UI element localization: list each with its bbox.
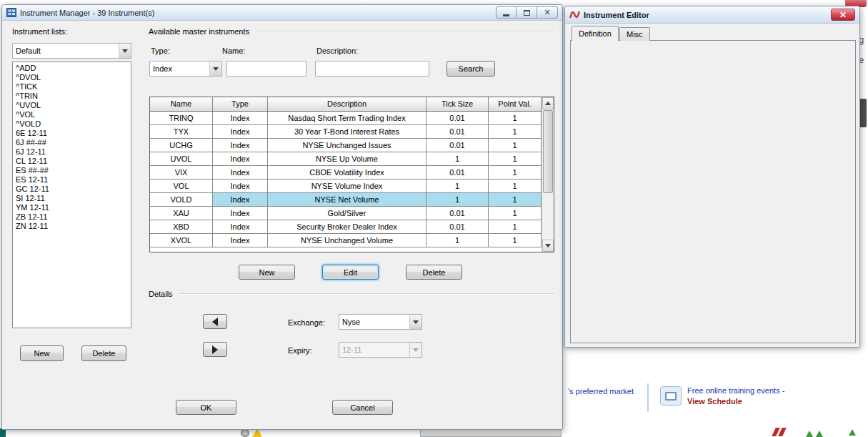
search-button[interactable]: Search — [447, 61, 495, 77]
scroll-up-icon[interactable] — [542, 97, 554, 109]
column-header-pointval[interactable]: Point Val. — [489, 97, 542, 111]
instrument-list-item[interactable]: ^TRIN — [14, 92, 130, 101]
master-table-row[interactable]: XAU Index Gold/Silver 0.01 1 — [150, 207, 542, 220]
name-label: Name: — [222, 46, 245, 55]
table-scrollbar[interactable] — [542, 97, 554, 252]
type-filter-select[interactable]: Index — [149, 61, 222, 77]
master-instruments-table: Name Type Description Tick Size Point Va… — [149, 97, 554, 252]
description-filter-input[interactable] — [315, 61, 429, 77]
expiry-label: Expiry: — [288, 346, 312, 355]
training-events-text: Free online training events - — [687, 386, 784, 395]
chevron-down-icon — [409, 343, 421, 357]
master-table-row[interactable]: TRINQ Index Nasdaq Short Term Trading In… — [150, 112, 542, 125]
background-fragment — [806, 431, 813, 437]
group-divider — [179, 293, 554, 294]
preferred-market-text: 's preferred market — [568, 387, 634, 396]
editor-titlebar[interactable]: Instrument Editor ✕ — [565, 6, 859, 24]
type-label: Type: — [151, 46, 170, 55]
master-table-row[interactable]: VOL Index NYSE Volume Index 1 1 — [150, 180, 542, 193]
column-header-ticksize[interactable]: Tick Size — [426, 97, 489, 111]
scroll-down-icon[interactable] — [542, 240, 554, 252]
instrument-list-item[interactable]: 6E 12-11 — [14, 129, 130, 138]
maximize-button[interactable] — [517, 6, 537, 19]
instrument-list-item[interactable]: ^VOLD — [14, 119, 130, 129]
table-header-row: Name Type Description Tick Size Point Va… — [150, 97, 542, 112]
instrument-list-item[interactable]: 6J 12-11 — [14, 147, 130, 157]
manager-titlebar[interactable]: Instrument Manager - 39 Instrument(s) ✕ — [2, 5, 562, 21]
instrument-list-item[interactable]: ^ADD — [14, 64, 130, 73]
close-button[interactable]: ✕ — [537, 6, 558, 19]
window-title: Instrument Editor — [584, 11, 649, 19]
master-table-row[interactable]: TYX Index 30 Year T-Bond Interest Rates … — [150, 125, 542, 139]
arrow-left-icon — [212, 318, 218, 326]
instrument-manager-icon — [6, 8, 16, 17]
table-delete-button[interactable]: Delete — [406, 265, 462, 280]
instrument-list-item[interactable]: ^TICK — [14, 82, 130, 92]
instrument-list-item[interactable]: ES ##-## — [14, 166, 130, 175]
instrument-list-item[interactable]: ^DVOL — [14, 73, 130, 82]
training-monitor-icon — [660, 386, 682, 406]
arrow-right-icon — [212, 345, 218, 354]
background-fragment — [816, 431, 823, 437]
tab-misc[interactable]: Misc — [619, 27, 650, 41]
instrument-editor-window: Instrument Editor ✕ Definition Misc Mast… — [564, 6, 860, 348]
close-button[interactable]: ✕ — [831, 9, 855, 21]
column-header-type[interactable]: Type — [213, 97, 268, 111]
tab-definition[interactable]: Definition — [572, 26, 619, 41]
list-new-button[interactable]: New — [20, 345, 64, 361]
chevron-down-icon[interactable] — [209, 62, 221, 76]
ninjatrader-logo-icon — [569, 10, 580, 19]
chevron-down-icon[interactable] — [119, 44, 131, 58]
instrument-list-item[interactable]: CL 12-11 — [14, 157, 130, 166]
instrument-list-item[interactable]: SI 12-11 — [14, 194, 130, 203]
instrument-list-item[interactable]: GC 12-11 — [14, 185, 130, 194]
divider — [647, 383, 649, 412]
cancel-button[interactable]: Cancel — [332, 400, 393, 415]
master-table-row[interactable]: XBD Index Security Broker Dealer Index 0… — [150, 220, 542, 234]
window-title: Instrument Manager - 39 Instrument(s) — [20, 9, 154, 17]
table-edit-button[interactable]: Edit — [322, 265, 379, 280]
instrument-list-item[interactable]: 6J ##-## — [14, 138, 130, 147]
name-filter-input[interactable] — [226, 61, 306, 77]
chevron-down-icon[interactable] — [409, 315, 421, 329]
view-schedule-link[interactable]: View Schedule — [687, 397, 742, 406]
move-left-button[interactable] — [203, 314, 227, 329]
column-header-name[interactable]: Name — [150, 97, 213, 111]
table-new-button[interactable]: New — [239, 265, 295, 280]
instrument-list-item[interactable]: YM 12-11 — [14, 203, 130, 212]
master-table-row[interactable]: VOLD Index NYSE Net Volume 1 1 — [150, 193, 542, 207]
instrument-list-item[interactable]: ZB 12-11 — [14, 212, 130, 222]
instrument-lists-label: Instrument lists: — [12, 27, 67, 36]
definition-tab-panel — [570, 40, 856, 343]
column-header-description[interactable]: Description — [268, 97, 426, 111]
background-fragment — [849, 429, 856, 436]
background-status-icon — [241, 429, 249, 437]
background-taskbar-fragment — [420, 429, 562, 437]
expiry-select: 12-11 — [339, 342, 422, 358]
instrument-list-item[interactable]: ^UVOL — [14, 101, 130, 110]
exchange-label: Exchange: — [288, 318, 325, 327]
move-right-button[interactable] — [203, 342, 227, 357]
master-table-row[interactable]: UVOL Index NYSE Up Volume 1 1 — [150, 152, 542, 166]
master-table-row[interactable]: VIX Index CBOE Volatility Index 0.01 1 — [150, 166, 542, 180]
instrument-list-item[interactable]: ES 12-11 — [14, 175, 130, 185]
exchange-select[interactable]: Nyse — [339, 314, 422, 330]
minimize-button[interactable] — [496, 6, 517, 19]
list-delete-button[interactable]: Delete — [81, 345, 126, 361]
instrument-manager-window: Instrument Manager - 39 Instrument(s) ✕ … — [1, 4, 563, 430]
master-table-row[interactable]: XVOL Index NYSE Unchanged Volume 1 1 — [150, 234, 542, 247]
master-table-row[interactable]: UCHG Index NYSE Unchanged Issues 0.01 1 — [150, 139, 542, 152]
instrument-list-select[interactable]: Default — [12, 43, 131, 59]
instrument-list-item[interactable]: ^VOL — [14, 110, 130, 119]
group-title: Available master instruments — [149, 27, 249, 36]
details-title: Details — [149, 290, 173, 298]
instrument-listbox[interactable]: ^ADD^DVOL^TICK^TRIN^UVOL^VOL^VOLD6E 12-1… — [12, 62, 131, 328]
ok-button[interactable]: OK — [176, 400, 236, 415]
description-label: Description: — [316, 46, 358, 55]
group-divider — [256, 31, 554, 31]
instrument-list-item[interactable]: ZN 12-11 — [14, 222, 130, 231]
scrollbar-thumb[interactable] — [543, 110, 553, 193]
